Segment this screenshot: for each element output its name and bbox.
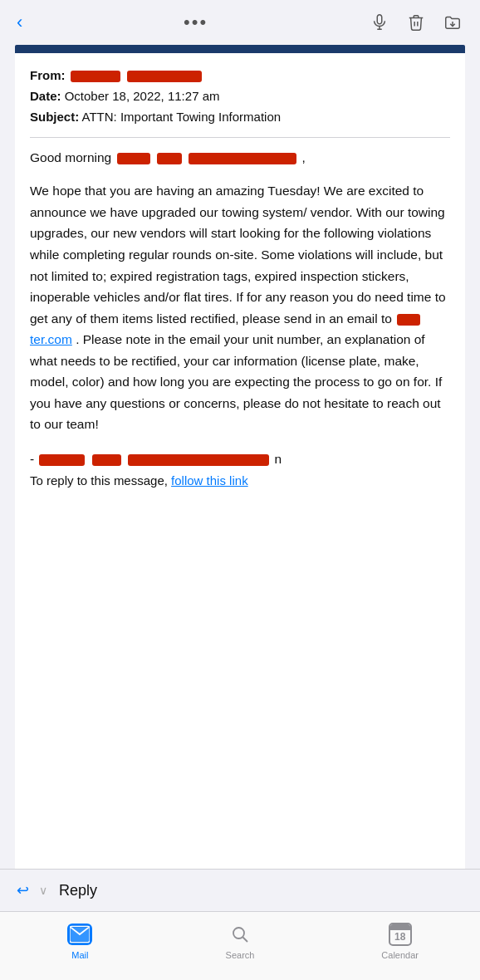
nav-left: ‹ — [17, 12, 22, 33]
signature-line: - n — [30, 452, 450, 467]
from-redacted-1 — [71, 71, 120, 82]
date-row: Date: October 18, 2022, 11:27 am — [30, 87, 450, 105]
greeting-redacted-2 — [157, 153, 182, 164]
nav-center: ••• — [184, 12, 208, 33]
reply-forward-button[interactable]: ∨ — [36, 880, 51, 900]
reply-arrows: ↩ ∨ — [13, 878, 51, 903]
calendar-tab-label: Calendar — [381, 950, 419, 960]
header-divider — [30, 137, 450, 138]
reply-prompt-text: To reply to this message, — [30, 473, 168, 488]
search-tab-label: Search — [226, 950, 255, 960]
tab-calendar[interactable]: 18 Calendar — [320, 922, 480, 960]
svg-rect-0 — [377, 15, 382, 24]
sig-suffix: n — [274, 452, 282, 466]
email-content: From: Date: October 18, 2022, 11:27 am S… — [15, 53, 465, 869]
greeting-redacted-3 — [189, 153, 296, 164]
email-header: From: Date: October 18, 2022, 11:27 am S… — [30, 66, 450, 125]
body-para1: We hope that you are having an amazing T… — [30, 184, 446, 325]
subject-label: Subject: — [30, 110, 79, 124]
sig-redacted-3 — [128, 454, 269, 466]
email-redacted-1 — [397, 314, 420, 326]
sig-redacted-2 — [92, 454, 121, 466]
delete-button[interactable] — [405, 12, 427, 33]
search-icon — [228, 922, 252, 947]
follow-this-link[interactable]: follow this link — [171, 473, 248, 488]
subject-value: ATTN: Important Towing Information — [82, 110, 282, 124]
signature-prefix: - — [30, 452, 34, 466]
tab-search[interactable]: Search — [160, 922, 321, 960]
date-value: October 18, 2022, 11:27 am — [65, 89, 220, 103]
sig-redacted-1 — [39, 454, 85, 466]
reply-bar: ↩ ∨ Reply — [0, 869, 480, 911]
from-row: From: — [30, 66, 450, 84]
greeting-text: Good morning — [30, 150, 111, 164]
tab-mail[interactable]: Mail — [0, 922, 160, 960]
email-body-text: We hope that you are having an amazing T… — [30, 180, 450, 435]
move-to-folder-button[interactable] — [442, 12, 463, 33]
reply-back-button[interactable]: ↩ — [13, 878, 32, 903]
mail-icon — [67, 922, 92, 947]
email-link[interactable]: ter.com — [30, 332, 72, 346]
mail-tab-label: Mail — [71, 950, 88, 960]
body-para2: . Please note in the email your unit num… — [30, 332, 442, 431]
svg-line-7 — [243, 938, 248, 943]
greeting-line: Good morning , — [30, 148, 450, 167]
tab-bar: Mail Search 18 Calendar — [0, 911, 480, 980]
subject-row: Subject: ATTN: Important Towing Informat… — [30, 108, 450, 125]
from-redacted-2 — [127, 71, 202, 82]
back-button[interactable]: ‹ — [17, 12, 22, 33]
more-options-button[interactable]: ••• — [184, 12, 208, 33]
nav-right — [369, 12, 463, 33]
calendar-date: 18 — [394, 932, 405, 942]
microphone-button[interactable] — [369, 12, 390, 33]
reply-label: Reply — [59, 882, 97, 899]
top-navigation-bar: ‹ ••• — [0, 0, 480, 45]
from-label: From: — [30, 68, 66, 82]
svg-point-6 — [233, 928, 244, 938]
date-label: Date: — [30, 89, 61, 103]
reply-prompt-line: To reply to this message, follow this li… — [30, 473, 450, 488]
greeting-redacted-1 — [117, 153, 150, 164]
email-top-accent — [15, 45, 465, 53]
calendar-icon: 18 — [388, 922, 413, 947]
